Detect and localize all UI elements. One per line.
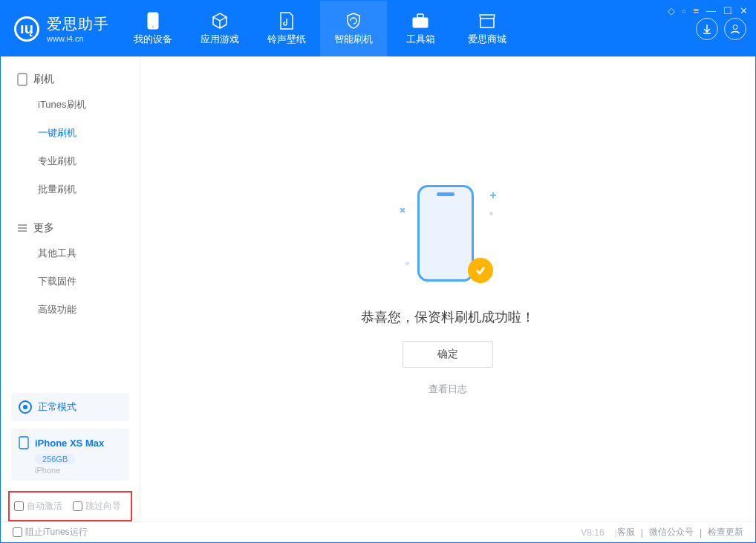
toolbox-icon xyxy=(411,12,429,30)
nav-label: 我的设备 xyxy=(134,33,172,46)
dot-icon xyxy=(405,261,409,265)
sidebar-item-batch-flash[interactable]: 批量刷机 xyxy=(1,175,140,204)
device-type: iPhone xyxy=(35,466,122,475)
store-icon xyxy=(478,12,496,30)
account-button[interactable] xyxy=(724,18,746,40)
nav-apps-games[interactable]: 应用游戏 xyxy=(186,1,253,56)
footer-link-check-update[interactable]: 检查更新 xyxy=(708,526,743,539)
nav-store[interactable]: 爱思商城 xyxy=(454,1,521,56)
sidebar-header-label: 刷机 xyxy=(33,73,54,86)
svg-rect-3 xyxy=(417,14,423,18)
nav-ringtone-wallpaper[interactable]: 铃声壁纸 xyxy=(253,1,320,56)
auto-activate-checkbox[interactable]: 自动激活 xyxy=(14,500,62,513)
sidebar-header-flash: 刷机 xyxy=(1,68,140,91)
status-bar: 阻止iTunes运行 V8.16 | 客服 | 微信公众号 | 检查更新 xyxy=(1,521,755,542)
nav-label: 智能刷机 xyxy=(334,33,373,46)
wc-grid-icon[interactable]: ▫ xyxy=(682,5,686,16)
version-label: V8.16 xyxy=(581,527,604,538)
device-card[interactable]: iPhone XS Max 256GB iPhone xyxy=(11,429,129,481)
svg-point-1 xyxy=(152,25,154,27)
nav-label: 爱思商城 xyxy=(468,33,506,46)
refresh-shield-icon xyxy=(345,12,362,30)
logo-icon: ıų xyxy=(14,16,39,42)
wc-maximize-icon[interactable]: ☐ xyxy=(723,5,732,16)
sidebar: 刷机 iTunes刷机 一键刷机 专业刷机 批量刷机 更多 其他工具 下载固件 … xyxy=(1,56,140,521)
device-mode-status[interactable]: 正常模式 xyxy=(11,393,129,421)
sparkle-icon xyxy=(398,206,406,214)
wc-shirt-icon[interactable]: ◇ xyxy=(668,5,675,16)
music-file-icon xyxy=(278,12,296,30)
svg-rect-2 xyxy=(413,18,428,27)
nav-label: 工具箱 xyxy=(406,33,435,46)
device-name: iPhone XS Max xyxy=(35,438,104,449)
sidebar-item-itunes-flash[interactable]: iTunes刷机 xyxy=(1,91,140,119)
block-itunes-checkbox[interactable]: 阻止iTunes运行 xyxy=(13,526,88,539)
device-capacity: 256GB xyxy=(35,454,75,464)
phone-frame-icon xyxy=(417,185,474,282)
cube-icon xyxy=(211,12,229,30)
nav-label: 应用游戏 xyxy=(201,33,239,46)
success-illustration xyxy=(400,182,496,293)
sidebar-item-other-tools[interactable]: 其他工具 xyxy=(1,239,140,267)
phone-small-icon xyxy=(19,436,29,449)
brand-name: 爱思助手 xyxy=(47,14,109,34)
nav-toolbox[interactable]: 工具箱 xyxy=(387,1,454,56)
sidebar-item-pro-flash[interactable]: 专业刷机 xyxy=(1,147,140,175)
sidebar-item-oneclick-flash[interactable]: 一键刷机 xyxy=(1,119,140,147)
nav-smart-flash[interactable]: 智能刷机 xyxy=(320,1,387,56)
brand-url: www.i4.cn xyxy=(47,34,109,43)
view-log-link[interactable]: 查看日志 xyxy=(428,383,467,396)
nav-label: 铃声壁纸 xyxy=(267,33,306,46)
status-label: 正常模式 xyxy=(38,400,76,414)
wc-close-icon[interactable]: ✕ xyxy=(740,5,748,16)
sidebar-header-more: 更多 xyxy=(1,217,140,239)
footer-link-wechat[interactable]: 微信公众号 xyxy=(649,526,694,539)
dot-icon xyxy=(489,212,493,215)
topbar: ıų 爱思助手 www.i4.cn 我的设备 应用游戏 铃声壁纸 智能刷机 工具… xyxy=(1,1,755,56)
brand-logo[interactable]: ıų 爱思助手 www.i4.cn xyxy=(1,1,120,56)
sparkle-icon xyxy=(490,192,496,198)
sidebar-header-label: 更多 xyxy=(33,221,54,235)
window-controls: ◇ ▫ ≡ ― ☐ ✕ xyxy=(668,5,748,16)
menu-lines-icon xyxy=(17,223,27,233)
footer-link-support[interactable]: 客服 xyxy=(617,526,635,539)
success-message: 恭喜您，保资料刷机成功啦！ xyxy=(361,308,535,326)
ok-button[interactable]: 确定 xyxy=(403,341,493,368)
svg-rect-5 xyxy=(18,74,27,85)
sidebar-item-download-firmware[interactable]: 下载固件 xyxy=(1,267,140,296)
check-badge-icon xyxy=(468,258,493,283)
sidebar-item-advanced[interactable]: 高级功能 xyxy=(1,296,140,324)
svg-point-4 xyxy=(733,25,737,29)
svg-rect-6 xyxy=(19,437,28,449)
highlighted-options-box: 自动激活 跳过向导 xyxy=(8,491,132,521)
nav-my-device[interactable]: 我的设备 xyxy=(120,1,186,56)
main-panel: 恭喜您，保资料刷机成功啦！ 确定 查看日志 xyxy=(140,56,755,521)
phone-icon xyxy=(144,12,162,30)
download-button[interactable] xyxy=(696,18,718,40)
wc-minimize-icon[interactable]: ― xyxy=(706,5,716,16)
device-icon xyxy=(17,73,27,86)
wc-menu-icon[interactable]: ≡ xyxy=(693,5,699,16)
status-dot-icon xyxy=(19,400,32,414)
top-nav: 我的设备 应用游戏 铃声壁纸 智能刷机 工具箱 爱思商城 xyxy=(120,1,521,56)
skip-guide-checkbox[interactable]: 跳过向导 xyxy=(73,500,121,513)
